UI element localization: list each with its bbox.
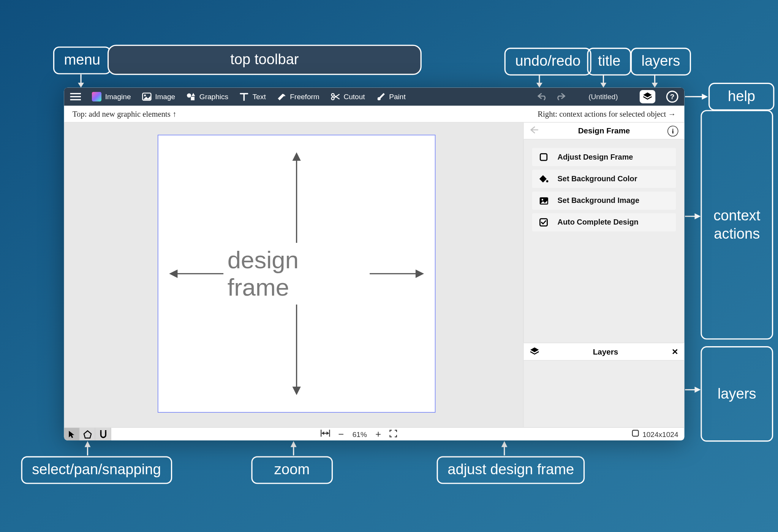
connector-zoom <box>289 441 298 456</box>
menu-item-freeform-label: Freeform <box>290 92 319 101</box>
design-frame-arrow-up-icon <box>291 152 303 243</box>
info-bar-up-arrow-icon: ↑ <box>172 109 176 118</box>
right-panel: Design Frame i Adjust Design Frame <box>523 123 685 427</box>
context-panel-header: Design Frame i <box>524 123 685 140</box>
svg-marker-5 <box>600 83 606 88</box>
info-bar-right-arrow-icon: → <box>668 109 676 118</box>
back-icon[interactable] <box>530 126 541 135</box>
menu-item-cutout[interactable]: Cutout <box>330 92 365 101</box>
callout-context-actions: context actions <box>701 110 773 339</box>
layers-icon <box>530 347 539 357</box>
design-frame-label: design frame <box>228 247 366 301</box>
help-icon: ? <box>670 92 675 101</box>
svg-marker-15 <box>85 441 91 447</box>
callout-menu: menu <box>53 46 111 74</box>
canvas-area[interactable]: design frame <box>64 123 523 427</box>
menu-item-image[interactable]: Image <box>142 92 175 101</box>
snap-tool[interactable] <box>95 428 111 440</box>
paintbrush-icon <box>376 92 385 101</box>
design-frame[interactable]: design frame <box>158 135 435 413</box>
svg-marker-13 <box>695 387 701 393</box>
svg-marker-50 <box>84 431 91 438</box>
svg-marker-19 <box>501 441 508 447</box>
document-title[interactable]: (Untitled) <box>588 92 618 101</box>
callout-context-line1: context <box>713 207 760 225</box>
svg-marker-1 <box>78 83 84 88</box>
callout-title: title <box>587 48 631 76</box>
close-icon[interactable]: ✕ <box>672 347 678 356</box>
magnet-icon <box>99 430 107 438</box>
panel-item-bg-image[interactable]: Set Background Image <box>532 192 676 210</box>
callout-help: help <box>708 83 775 111</box>
redo-icon[interactable] <box>556 92 567 102</box>
panel-item-auto-complete-label: Auto Complete Design <box>558 218 639 226</box>
info-bar-left-text: Top: add new graphic elements <box>73 109 171 118</box>
callout-layers-right-text: layers <box>718 385 756 403</box>
menu-bar: Imagine Image Graphics Text <box>64 88 685 106</box>
design-frame-arrow-left-icon <box>169 268 223 280</box>
svg-point-26 <box>187 93 191 98</box>
callout-layers: layers <box>631 48 691 76</box>
undo-redo-group <box>536 92 567 102</box>
menu-item-graphics[interactable]: Graphics <box>186 92 228 101</box>
menu-item-imagine[interactable]: Imagine <box>92 92 131 101</box>
fit-width-icon[interactable] <box>320 429 330 439</box>
fullscreen-icon[interactable] <box>389 429 397 439</box>
zoom-in-button[interactable]: + <box>375 429 381 440</box>
callout-top-toolbar: top toolbar <box>108 45 422 75</box>
menu-item-paint[interactable]: Paint <box>376 92 405 101</box>
checkbox-checked-icon <box>538 218 549 226</box>
svg-marker-36 <box>293 152 301 161</box>
svg-rect-43 <box>540 154 547 160</box>
undo-icon[interactable] <box>536 92 547 102</box>
svg-rect-27 <box>191 97 195 100</box>
select-tool[interactable] <box>64 428 80 440</box>
menu-item-cutout-label: Cutout <box>343 92 365 101</box>
main-area: design frame <box>64 123 685 427</box>
layers-button[interactable] <box>640 90 655 103</box>
context-panel-title: Design Frame <box>541 126 667 135</box>
panel-item-adjust-frame[interactable]: Adjust Design Frame <box>532 148 676 166</box>
frame-size-icon <box>632 429 639 439</box>
menu-item-paint-label: Paint <box>389 92 406 101</box>
svg-point-31 <box>331 97 334 100</box>
svg-marker-56 <box>321 431 324 435</box>
callout-layers-right: layers <box>701 346 773 442</box>
connector-context-actions <box>685 212 701 221</box>
svg-marker-28 <box>191 93 195 96</box>
pointer-icon <box>68 430 75 438</box>
panel-item-auto-complete[interactable]: Auto Complete Design <box>532 213 676 231</box>
layers-panel-header: Layers ✕ <box>524 343 685 361</box>
connector-help <box>685 92 708 101</box>
svg-marker-17 <box>291 441 297 447</box>
svg-marker-3 <box>536 83 542 88</box>
connector-layers-top <box>650 74 659 88</box>
pan-tool[interactable] <box>80 428 95 440</box>
svg-marker-38 <box>293 387 301 395</box>
help-button[interactable]: ? <box>666 91 678 103</box>
zoom-value[interactable]: 61% <box>353 430 367 438</box>
panel-item-bg-color[interactable]: Set Background Color <box>532 170 676 188</box>
menu-item-text[interactable]: Text <box>239 92 266 101</box>
design-frame-arrow-down-icon <box>291 304 303 395</box>
info-bar: Top: add new graphic elements ↑ Right: c… <box>64 106 685 123</box>
menu-item-freeform[interactable]: Freeform <box>277 92 319 101</box>
zoom-out-button[interactable]: − <box>338 429 344 440</box>
svg-point-44 <box>546 180 549 182</box>
frame-size-control[interactable]: 1024x1024 <box>632 429 678 439</box>
svg-marker-48 <box>530 347 539 352</box>
hamburger-menu-icon[interactable] <box>70 92 81 101</box>
svg-point-30 <box>331 93 334 96</box>
info-icon[interactable]: i <box>667 125 678 136</box>
svg-marker-49 <box>68 431 74 438</box>
callout-undo-redo: undo/redo <box>504 48 591 76</box>
svg-marker-40 <box>169 269 177 278</box>
callout-select-pan-snapping: select/pan/snapping <box>21 456 172 484</box>
svg-rect-58 <box>632 430 638 436</box>
layers-panel-body <box>524 361 685 427</box>
connector-adjust-frame <box>500 441 509 456</box>
connector-menu <box>76 74 85 88</box>
svg-marker-11 <box>695 213 701 219</box>
image-icon <box>142 92 151 101</box>
callout-adjust-design-frame: adjust design frame <box>437 456 585 484</box>
